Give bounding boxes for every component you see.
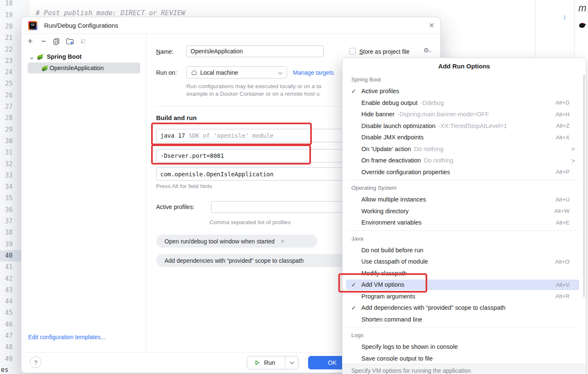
chevron-down-icon[interactable]: ⌄ xyxy=(29,53,34,61)
line-number: 44 xyxy=(0,296,13,307)
spring-boot-icon xyxy=(37,53,44,60)
menu-item-label: Add dependencies with “provided” scope t… xyxy=(361,304,505,311)
run-on-select[interactable]: Local machine xyxy=(186,66,287,78)
tag-label: Add dependencies with “provided” scope t… xyxy=(165,257,304,264)
line-number: 34 xyxy=(0,181,13,193)
line-number: 35 xyxy=(0,193,13,204)
svg-text:a: a xyxy=(84,38,85,41)
menu-item-hint: -Dspring.main.banner-mode=OFF xyxy=(397,111,489,118)
menu-item-label: Allow multiple instances xyxy=(361,196,426,203)
menu-section-operating-system: Operating System xyxy=(342,182,586,194)
checkmark-icon: ✓ xyxy=(351,304,356,311)
popup-status-hint: Specify VM options for running the appli… xyxy=(342,364,586,374)
menu-item-shortcut: Alt+R xyxy=(556,293,570,299)
menu-item-add-dependencies-with-provided-scope-to-classpath[interactable]: ✓Add dependencies with “provided” scope … xyxy=(342,302,586,314)
menu-item-shortcut: Alt+V xyxy=(556,282,570,288)
menu-item-shortcut: Alt+Z xyxy=(556,123,570,129)
sort-alphabetically-icon[interactable]: az xyxy=(78,37,88,46)
dialog-title-bar: IJ Run/Debug Configurations ✕ xyxy=(21,17,440,34)
run-on-help-line1: Run configurations may be executed local… xyxy=(186,83,321,89)
menu-item-override-configuration-properties[interactable]: Override configuration propertiesAlt+P xyxy=(342,166,586,178)
copy-configuration-icon[interactable] xyxy=(52,37,61,46)
menu-item-label: Disable JMX endpoints xyxy=(361,134,423,141)
popup-menu-list: Spring Boot✓Active profilesEnable debug … xyxy=(342,74,586,364)
menu-item-allow-multiple-instances[interactable]: Allow multiple instancesAlt+U xyxy=(342,194,586,206)
remove-configuration-button[interactable]: − xyxy=(39,37,48,46)
menu-item-enable-debug-output[interactable]: Enable debug output-DdebugAlt+D xyxy=(342,97,586,109)
popup-scrollbar[interactable] xyxy=(583,75,585,297)
line-number: 26 xyxy=(0,90,13,101)
menu-item-specify-logs-to-be-shown-in-console[interactable]: Specify logs to be shown in console xyxy=(342,341,586,353)
line-number: 33 xyxy=(0,170,13,181)
line-number: 23 xyxy=(0,55,13,67)
menu-item-disable-jmx-endpoints[interactable]: Disable JMX endpointsAlt+X xyxy=(342,132,586,144)
menu-item-label: Specify logs to be shown in console xyxy=(361,343,458,350)
menu-item-label: Do not build before run xyxy=(361,247,423,254)
store-as-project-file-checkbox[interactable] xyxy=(349,48,356,55)
screen: 1819202122232425262728293031323334353637… xyxy=(0,0,588,374)
menu-item-disable-launch-optimization[interactable]: Disable launch optimization-XX:TieredSto… xyxy=(342,120,586,132)
name-input[interactable]: OpenIsleApplication xyxy=(186,45,324,57)
line-number: 39 xyxy=(0,239,13,250)
menu-item-shorten-command-line[interactable]: Shorten command line xyxy=(342,314,586,325)
menu-item-do-not-build-before-run[interactable]: Do not build before run xyxy=(342,244,586,256)
menu-item-on-update-action[interactable]: On 'Update' actionDo nothing> xyxy=(342,143,586,155)
line-number: 29 xyxy=(0,124,13,136)
menu-item-label: Disable launch optimization xyxy=(361,123,436,129)
menu-item-label: Save console output to file xyxy=(361,355,433,362)
menu-item-shortcut: Alt+E xyxy=(556,220,570,226)
menu-item-shortcut: Alt+P xyxy=(556,169,570,175)
menu-item-on-frame-deactivation[interactable]: On frame deactivationDo nothing> xyxy=(342,155,586,167)
line-number: 40 xyxy=(0,250,13,262)
menu-item-label: On 'Update' action xyxy=(361,146,411,152)
edit-configuration-templates-link[interactable]: Edit configuration templates... xyxy=(28,334,105,340)
line-number: 41 xyxy=(0,262,13,273)
add-run-options-popup: Add Run Options Spring Boot✓Active profi… xyxy=(342,58,586,374)
editor-text-fragment: es xyxy=(1,366,8,374)
tag-open-run-tool-window[interactable]: Open run/debug tool window when started … xyxy=(156,235,317,248)
menu-item-working-directory[interactable]: Working directoryAlt+W xyxy=(342,205,586,217)
line-number: 21 xyxy=(0,32,13,44)
tree-item-openisleapplication[interactable]: OpenIsleApplication xyxy=(28,63,140,73)
panel-divider xyxy=(146,34,146,352)
menu-item-active-profiles[interactable]: ✓Active profiles xyxy=(342,86,586,97)
line-number: 20 xyxy=(0,21,13,32)
help-button[interactable]: ? xyxy=(30,356,42,368)
gear-icon[interactable]: ⚙▾ xyxy=(423,47,431,54)
menu-item-environment-variables[interactable]: Environment variablesAlt+E xyxy=(342,217,586,229)
home-icon xyxy=(191,69,197,76)
line-number: 36 xyxy=(0,204,13,216)
menu-item-use-classpath-of-module[interactable]: Use classpath of moduleAlt+O xyxy=(342,256,586,268)
close-icon[interactable]: ✕ xyxy=(429,21,434,29)
line-number: 24 xyxy=(0,67,13,78)
menu-item-hint: -XX:TieredStopAtLevel=1 xyxy=(439,123,507,129)
submenu-arrow-icon: > xyxy=(571,145,575,152)
new-folder-icon[interactable] xyxy=(65,37,74,46)
manage-targets-link[interactable]: Manage targets xyxy=(293,69,334,76)
menu-item-hint: -Ddebug xyxy=(421,99,444,106)
add-configuration-button[interactable]: + xyxy=(26,37,35,46)
remove-tag-icon[interactable]: ✕ xyxy=(280,238,285,244)
menu-item-hide-banner[interactable]: Hide banner-Dspring.main.banner-mode=OFF… xyxy=(342,109,586,120)
menu-item-shortcut: Alt+W xyxy=(554,208,570,214)
editor-code-comment: # Post publish mode: DIRECT or REVIEW xyxy=(36,9,185,17)
line-number: 45 xyxy=(0,307,13,319)
profiles-hint: Comma separated list of profiles xyxy=(209,219,291,225)
tree-group-spring-boot[interactable]: ⌄ Spring Boot xyxy=(29,51,81,62)
scrollbar-mark xyxy=(564,15,565,20)
menu-item-label: Hide banner xyxy=(361,111,395,118)
menu-item-label: Active profiles xyxy=(361,88,399,94)
build-and-run-header: Build and run xyxy=(156,114,197,121)
menu-item-shortcut: Alt+D xyxy=(556,99,570,106)
menu-item-label: Use classpath of module xyxy=(361,258,428,265)
line-number: 48 xyxy=(0,342,13,353)
spring-boot-icon xyxy=(42,65,49,72)
line-number: 31 xyxy=(0,147,13,158)
run-button-label: Run xyxy=(264,359,275,366)
menu-item-save-console-output-to-file[interactable]: Save console output to file xyxy=(342,353,586,364)
chevron-down-icon[interactable] xyxy=(285,361,298,364)
active-profiles-label: Active profiles: xyxy=(156,204,194,210)
menu-item-label: On frame deactivation xyxy=(361,157,421,164)
annotation-box-jdk-field xyxy=(151,123,312,145)
run-button[interactable]: Run xyxy=(247,356,298,369)
